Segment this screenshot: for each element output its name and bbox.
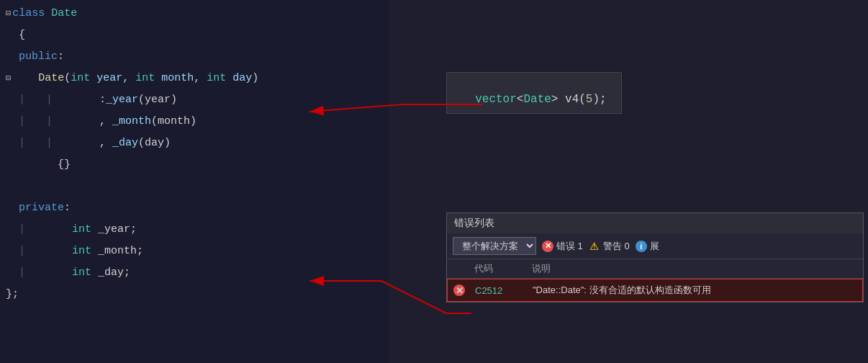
expand-icon-1[interactable]: ⊟ (6, 8, 11, 19)
colon-public: : (58, 50, 64, 63)
code-line-1: ⊟ class Date (0, 7, 389, 29)
keyword-private: private (19, 202, 64, 214)
error-table-header: 代码 说明 (447, 259, 863, 279)
code-line-9 (0, 180, 389, 202)
error-count-label: 错误 1 (556, 240, 583, 253)
error-row-code: C2512 (475, 285, 533, 296)
code-line-6: | | , _month (month) (0, 115, 389, 137)
error-icon: ✕ (542, 241, 553, 252)
error-row-0[interactable]: ✕ C2512 "Date::Date": 没有合适的默认构造函数可用 (447, 279, 863, 302)
col-code-header: 代码 (474, 262, 532, 275)
kw-int-month: int (72, 245, 91, 257)
keyword-public: public (19, 50, 58, 63)
error-row-desc: "Date::Date": 没有合适的默认构造函数可用 (533, 284, 856, 297)
vector-code-box: vector<Date> v4(5); (446, 72, 622, 114)
code-line-11: | int _year; (0, 223, 389, 245)
info-icon: i (636, 241, 647, 252)
warning-count-badge: ⚠ 警告 0 (589, 240, 630, 253)
kw-int-year: int (72, 223, 91, 236)
expand-icon-2[interactable]: ⊟ (6, 73, 11, 84)
code-line-7: | | , _day (day) (0, 137, 389, 158)
code-line-12: | int _month; (0, 245, 389, 266)
warning-icon: ⚠ (589, 241, 600, 252)
code-line-2: { (0, 29, 389, 50)
code-line-13: | int _day; (0, 266, 389, 288)
code-line-8: {} (0, 158, 389, 180)
error-toolbar: 整个解决方案 ✕ 错误 1 ⚠ 警告 0 i 展 (447, 233, 863, 259)
brace-open: { (19, 29, 25, 41)
kw-int-day: int (72, 266, 91, 279)
code-line-3: public : (0, 50, 389, 72)
error-panel-title: 错误列表 (447, 213, 863, 233)
keyword-class: class (12, 7, 51, 19)
fn-date-constructor: Date (38, 72, 64, 84)
error-row-error-icon: ✕ (453, 284, 465, 296)
code-line-5: | | :_year (year) (0, 94, 389, 115)
warning-count-label: 警告 0 (603, 240, 630, 253)
error-count-badge: ✕ 错误 1 (542, 240, 583, 253)
code-line-10: private : (0, 202, 389, 223)
expand-label: 展 (650, 240, 659, 253)
info-count-badge: i 展 (636, 240, 659, 253)
error-row-icon: ✕ (453, 284, 475, 296)
code-panel: ⊟ class Date { public : ⊟ Date ( int yea… (0, 0, 389, 363)
error-panel: 错误列表 整个解决方案 ✕ 错误 1 ⚠ 警告 0 i 展 代码 说明 ✕ C2… (446, 212, 864, 302)
filter-select[interactable]: 整个解决方案 (453, 237, 536, 255)
code-line-14: }; (0, 288, 389, 310)
classname-date: Date (51, 7, 77, 19)
col-desc-header: 说明 (532, 262, 857, 275)
code-line-4: ⊟ Date ( int year, int month, int day ) (0, 72, 389, 94)
